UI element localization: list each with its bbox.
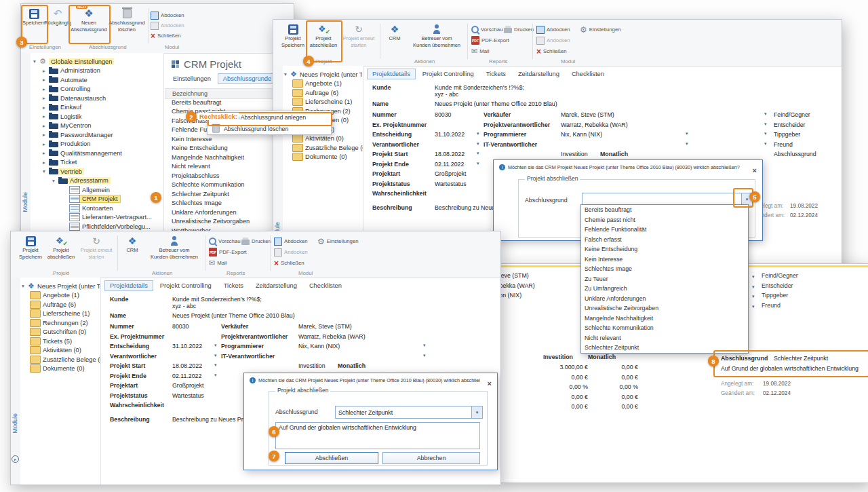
expand-arrow-icon[interactable]: ▸ <box>43 105 49 111</box>
dropdown-arrow-icon[interactable] <box>752 274 755 280</box>
tree-item[interactable]: Lieferscheine (1) <box>292 98 363 107</box>
dropdown-arrow-icon[interactable]: ▾ <box>423 353 426 358</box>
project-restart-button[interactable]: Projekt erneutstarten <box>77 235 115 270</box>
confirm-close-button[interactable]: Abschließen <box>285 452 378 464</box>
expand-arrow-icon[interactable]: ▸ <box>43 86 49 92</box>
undo-button[interactable]: Rückgängig <box>46 7 69 43</box>
new-close-reason-button[interactable]: NEU Neuen Abschlussgrund <box>71 7 107 43</box>
dropdown-option[interactable]: Schlechtes Image <box>581 264 748 274</box>
expand-arrow-icon[interactable]: ▸ <box>43 68 49 74</box>
close-module-button[interactable]: Schließen <box>151 31 181 40</box>
tree-item[interactable]: CRM Projekt <box>31 195 163 204</box>
dock-button[interactable]: Andocken <box>536 36 570 45</box>
dropdown-option[interactable]: Nicht relevant <box>581 333 748 343</box>
close-reason-combobox[interactable]: Schlechter Zeitpunkt ▾ <box>335 406 483 419</box>
tree-item[interactable]: ▸ Logistik <box>31 112 163 121</box>
settings-button[interactable]: Einstellungen <box>317 237 359 246</box>
print-button[interactable]: Drucken <box>504 25 534 34</box>
pdf-export-button[interactable]: PDF-Export <box>209 248 247 257</box>
tab[interactable]: Checklisten <box>566 69 610 79</box>
close-module-button[interactable]: Schließen <box>536 47 567 56</box>
dropdown-arrow-icon[interactable]: ▾ <box>686 131 688 136</box>
tab[interactable]: Projekt Controlling <box>155 280 217 291</box>
dropdown-option[interactable]: Unklare Anforderungen <box>581 294 748 304</box>
project-save-button[interactable]: ProjektSpeichern <box>16 235 45 270</box>
contact-role-row[interactable]: Entscheider <box>752 282 864 292</box>
tree-item[interactable]: ▸ Automate <box>31 75 163 85</box>
tree-item[interactable]: ▾ Adressstamm <box>31 176 163 186</box>
contact-role-row[interactable]: Tippgeber <box>752 292 864 302</box>
expand-arrow-icon[interactable]: ▸ <box>43 132 49 138</box>
expand-arrow-icon[interactable]: ▸ <box>43 113 49 119</box>
dropdown-arrow-icon[interactable]: ▾ <box>214 343 217 348</box>
project-close-button[interactable]: Projektabschließen <box>46 235 76 270</box>
caretaker-button[interactable]: Betreuer vomKunden übernehmen <box>146 235 202 270</box>
dropdown-option[interactable]: Zu Teuer <box>581 274 748 284</box>
seller-value[interactable]: Marek, Steve (STM) <box>498 272 529 279</box>
tree-item[interactable]: ▸ Einkauf <box>31 103 163 113</box>
dock-button[interactable]: Andocken <box>274 248 308 257</box>
close-reason-value[interactable]: Schlechter Zeitpunkt <box>774 355 828 362</box>
expand-arrow-icon[interactable]: ▾ <box>284 71 290 77</box>
close-reason-textarea[interactable]: Auf Grund der globalen wirtschaftlichen … <box>275 422 480 449</box>
tab[interactable]: Zeitdarstellung <box>250 280 302 291</box>
tab[interactable]: Zeitdarstellung <box>513 69 565 79</box>
mail-button[interactable]: Mail <box>209 259 227 267</box>
dropdown-arrow-icon[interactable]: ▾ <box>477 141 479 147</box>
expand-arrow-icon[interactable]: ▸ <box>43 150 49 156</box>
tree-item[interactable]: Allgemein <box>31 185 163 195</box>
caretaker-button[interactable]: Betreuer vomKunden übernehmen <box>409 23 465 58</box>
dropdown-arrow-icon[interactable]: ▾ <box>214 373 217 378</box>
tree-item[interactable]: ▸ Controlling <box>31 85 163 94</box>
tree-item[interactable]: ▸ Produktion <box>31 140 163 149</box>
tree-item[interactable]: ▸ PasswordManager <box>31 130 163 140</box>
expand-arrow-icon[interactable]: ▾ <box>22 283 28 289</box>
dropdown-arrow-icon[interactable]: ▾ <box>764 131 767 136</box>
tree-item[interactable]: Lieferanten-Vertragsart... <box>31 213 163 223</box>
expand-arrow-icon[interactable]: ▸ <box>43 123 49 129</box>
tree-item[interactable]: ▾ Globale Einstellungen <box>31 57 163 67</box>
tree-item[interactable]: Angebote (1) <box>292 79 363 89</box>
project-close-button[interactable]: Projektabschließen <box>309 23 338 58</box>
dropdown-arrow-icon[interactable] <box>752 294 755 299</box>
dropdown-option[interactable]: Keine Entscheidung <box>581 244 748 254</box>
expand-arrow-icon[interactable]: ▾ <box>43 168 49 174</box>
tree-item[interactable]: Angebote (1) <box>30 291 100 301</box>
close-module-button[interactable]: Schließen <box>274 259 304 267</box>
tab[interactable]: Projektdetails <box>104 280 153 291</box>
dropdown-arrow-icon[interactable]: ▾ <box>423 343 426 348</box>
dropdown-option[interactable]: Zu Umfangreich <box>581 284 748 294</box>
dropdown-arrow-icon[interactable]: ▾ <box>214 353 217 358</box>
dropdown-option[interactable]: Schlechter Zeitpunkt <box>581 343 748 353</box>
tree-item[interactable]: Kontoarten <box>31 204 163 213</box>
project-restart-button[interactable]: Projekt erneutstarten <box>340 23 378 58</box>
cancel-button[interactable]: Abbrechen <box>382 452 480 464</box>
expand-arrow-icon[interactable]: ▸ <box>43 141 49 147</box>
dropdown-arrow-icon[interactable] <box>752 304 755 309</box>
expand-arrow-icon[interactable]: ▸ <box>43 159 49 166</box>
dropdown-option[interactable]: Falsch erfasst <box>581 235 748 245</box>
undock-button[interactable]: Abdocken <box>536 25 570 34</box>
settings-button[interactable]: Einstellungen <box>580 25 621 34</box>
undock-button[interactable]: Abdocken <box>151 11 184 20</box>
expand-arrow-icon[interactable]: ▾ <box>33 58 39 64</box>
preview-button[interactable]: Vorschau <box>209 237 241 246</box>
tree-item[interactable]: Aufträge (6) <box>292 88 363 98</box>
undock-button[interactable]: Abdocken <box>274 237 308 246</box>
tree-item[interactable]: Pflichtfelder/Vorbelegu... <box>31 222 163 231</box>
module-rail-toggle-icon[interactable] <box>12 455 19 463</box>
tab[interactable]: Projekt Controlling <box>417 69 479 79</box>
dropdown-option[interactable]: Mangelnde Nachhaltigkeit <box>581 314 748 324</box>
crm-menu-button[interactable]: CRM <box>121 235 144 270</box>
dropdown-option[interactable]: Schlechte Kommunikation <box>581 323 748 333</box>
dropdown-arrow-icon[interactable]: ▾ <box>477 151 479 156</box>
print-button[interactable]: Drucken <box>241 237 271 246</box>
dock-button[interactable]: Andocken <box>151 21 184 30</box>
combo-arrow-icon[interactable]: ▾ <box>471 406 482 418</box>
tab[interactable]: Einstellungen <box>167 73 216 84</box>
dropdown-arrow-icon[interactable]: ▾ <box>764 111 767 117</box>
tab[interactable]: Tickets <box>481 69 511 79</box>
tab[interactable]: Checklisten <box>304 280 347 291</box>
tree-item[interactable]: Lieferscheine (1) <box>30 309 100 319</box>
dropdown-option[interactable]: Fehlende Funktionalität <box>581 225 748 235</box>
